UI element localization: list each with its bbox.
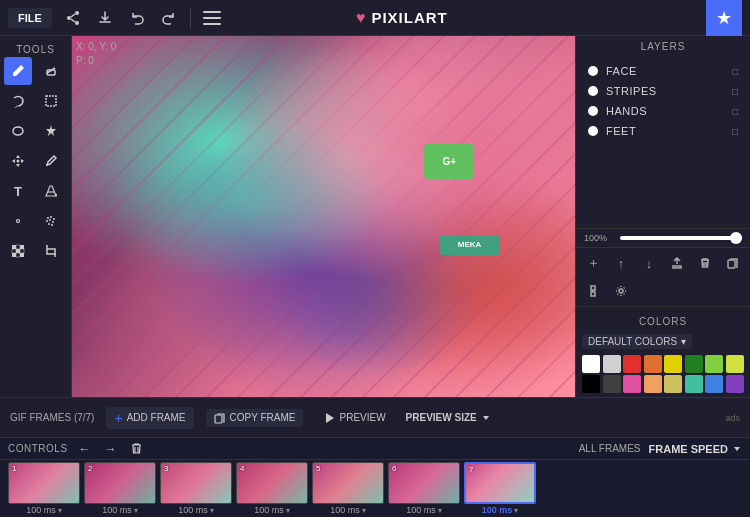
preview-button[interactable]: PREVIEW [315,409,393,427]
download-icon[interactable] [96,9,114,27]
color-swatch-red[interactable] [623,355,641,373]
layer-visibility-icon[interactable]: □ [732,106,738,117]
layer-down-button[interactable]: ↓ [638,252,660,274]
tool-checker[interactable] [4,237,32,265]
prev-frame-button[interactable]: ← [76,440,94,458]
frame-time-arrow[interactable]: ▾ [134,506,138,515]
color-swatch-dgray[interactable] [603,375,621,393]
layer-item-feet[interactable]: FEET □ [584,121,742,141]
frame-time-arrow[interactable]: ▾ [362,506,366,515]
tool-ellipse[interactable] [4,117,32,145]
frame-item-4[interactable]: 4 100 ms ▾ [236,462,308,515]
menu-icon[interactable] [203,9,221,27]
tool-lasso[interactable] [4,87,32,115]
frame-time-arrow[interactable]: ▾ [286,506,290,515]
colors-dropdown[interactable]: DEFAULT COLORS ▾ [582,332,744,351]
tool-crop[interactable] [37,237,65,265]
layer-actions: ＋ ↑ ↓ [576,247,750,306]
star-button[interactable]: ★ [706,0,742,36]
frame-time-arrow[interactable]: ▾ [438,506,442,515]
frame-item-6[interactable]: 6 100 ms ▾ [388,462,460,515]
opacity-slider[interactable] [620,236,742,240]
layer-trash-button[interactable] [694,252,716,274]
canvas-area[interactable]: X: 0, Y: 0 P: 0 G+ MEKA [72,36,575,397]
color-swatch-teal[interactable] [685,375,703,393]
color-swatch-pink[interactable] [623,375,641,393]
color-swatch-orange[interactable] [644,355,662,373]
tool-eyedropper[interactable] [37,147,65,175]
svg-line-4 [71,19,75,22]
layer-visibility-icon[interactable]: □ [732,86,738,97]
copy-frame-button[interactable]: COPY FRAME [206,409,304,427]
svg-line-3 [71,14,75,17]
layer-export-button[interactable] [666,252,688,274]
file-menu[interactable]: FILE [8,8,52,28]
redo-icon[interactable] [160,9,178,27]
preview-size-button[interactable]: PREVIEW SIZE [406,412,491,423]
svg-rect-34 [215,415,222,423]
svg-rect-9 [46,96,56,106]
layer-up-button[interactable]: ↑ [610,252,632,274]
plus-icon: + [114,410,122,426]
color-swatch-lgray[interactable] [603,355,621,373]
preview-label: PREVIEW [339,412,385,423]
tool-spray[interactable] [37,207,65,235]
frame-time-arrow[interactable]: ▾ [210,506,214,515]
svg-point-13 [46,164,48,166]
layer-item-stripes[interactable]: STRIPES □ [584,81,742,101]
frame-item-2[interactable]: 2 100 ms ▾ [84,462,156,515]
color-swatch-purple[interactable] [726,375,744,393]
layer-settings-button[interactable] [610,280,632,302]
layer-item-face[interactable]: FACE □ [584,61,742,81]
green-badge: G+ [424,144,474,179]
color-swatch-lyellow[interactable] [726,355,744,373]
layer-merge-button[interactable] [582,280,604,302]
gif-frames-label: GIF FRAMES (7/7) [10,412,94,423]
gif-bar: GIF FRAMES (7/7) + ADD FRAME COPY FRAME … [0,397,750,437]
svg-point-10 [13,127,23,135]
color-swatch-white[interactable] [582,355,600,373]
layer-visibility-icon[interactable]: □ [732,66,738,77]
tool-magic-wand[interactable] [37,117,65,145]
add-frame-button[interactable]: + ADD FRAME [106,407,193,429]
undo-icon[interactable] [128,9,146,27]
color-swatch-yellow[interactable] [664,355,682,373]
frame-item-3[interactable]: 3 100 ms ▾ [160,462,232,515]
layer-visibility-icon[interactable]: □ [732,126,738,137]
tool-pencil[interactable] [4,57,32,85]
layer-duplicate-button[interactable] [722,252,744,274]
tool-eraser[interactable] [37,57,65,85]
layer-add-button[interactable]: ＋ [582,252,604,274]
tool-fill[interactable] [37,177,65,205]
color-swatch-lgreen[interactable] [705,355,723,373]
tool-text[interactable]: T [4,177,32,205]
tool-rect-select[interactable] [37,87,65,115]
color-swatch-sand[interactable] [664,375,682,393]
svg-point-14 [17,220,20,223]
frame-time-arrow[interactable]: ▾ [514,506,518,515]
share-icon[interactable] [64,9,82,27]
tool-sparkle[interactable] [4,207,32,235]
tool-move[interactable] [4,147,32,175]
frame-time: 100 ms [482,505,513,515]
layer-name: FACE [606,65,724,77]
color-swatch-lorange[interactable] [644,375,662,393]
frame-item-5[interactable]: 5 100 ms ▾ [312,462,384,515]
layer-item-hands[interactable]: HANDS □ [584,101,742,121]
frame-number: 5 [316,464,320,473]
svg-rect-23 [12,245,16,249]
svg-point-15 [47,217,49,219]
frame-item-7[interactable]: 7 100 ms ▾ [464,462,536,515]
color-swatch-blue[interactable] [705,375,723,393]
color-swatch-dgreen[interactable] [685,355,703,373]
color-swatch-black[interactable] [582,375,600,393]
frame-item-1[interactable]: 1 100 ms ▾ [8,462,80,515]
frame-time-row: 100 ms ▾ [254,505,290,515]
frame-time-arrow[interactable]: ▾ [58,506,62,515]
svg-point-20 [52,221,54,223]
delete-frame-button[interactable] [128,440,146,458]
opacity-label: 100% [584,233,614,243]
canvas-image[interactable]: G+ MEKA [72,36,575,397]
next-frame-button[interactable]: → [102,440,120,458]
frame-speed-label[interactable]: FRAME SPEED [649,443,742,455]
